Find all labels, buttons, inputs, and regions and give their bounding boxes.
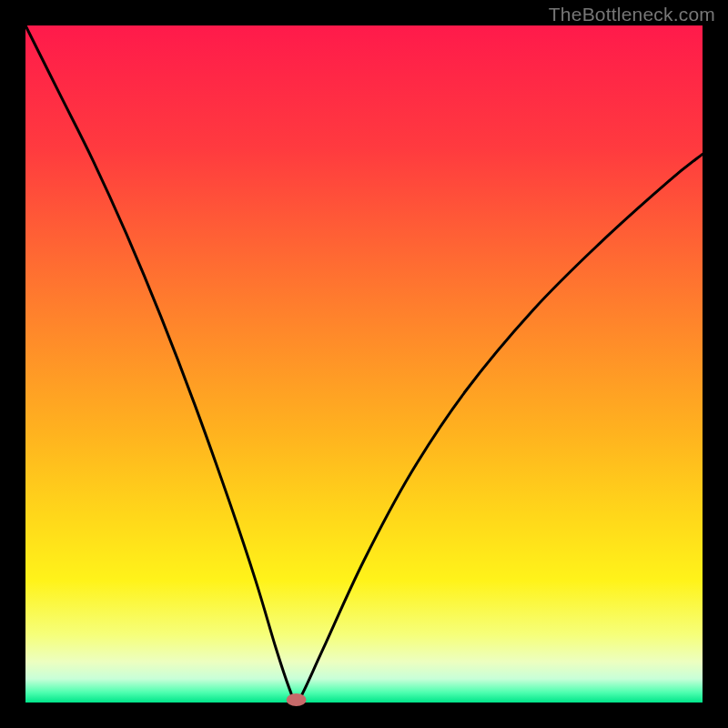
outer-frame: TheBottleneck.com: [0, 0, 728, 728]
chart-canvas: [0, 0, 728, 728]
minimum-marker: [287, 693, 307, 706]
watermark-text: TheBottleneck.com: [549, 4, 715, 25]
plot-background: [25, 25, 703, 703]
